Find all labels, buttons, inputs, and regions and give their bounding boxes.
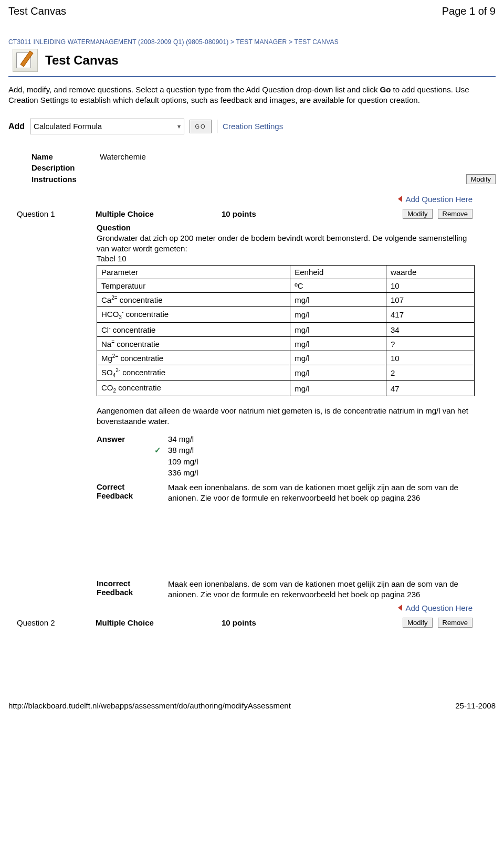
- table-row: TemperatuurºC10: [97, 279, 475, 293]
- table-row: Ca2= concentratiemg/l107: [97, 293, 475, 307]
- question-label: Question: [97, 223, 475, 232]
- col-parameter: Parameter: [97, 266, 290, 279]
- toolbar-divider: [217, 120, 217, 133]
- correct-answer-check-icon: [154, 468, 168, 477]
- answer-label: Answer: [97, 435, 154, 443]
- table-row: Mg2= concentratiemg/l10: [97, 351, 475, 365]
- print-header-left: Test Canvas: [8, 5, 66, 17]
- question-number: Question 1: [8, 209, 96, 218]
- print-header: Test Canvas Page 1 of 9: [8, 5, 496, 17]
- description-label: Description: [32, 163, 100, 172]
- title-divider: [8, 76, 496, 77]
- add-question-here-link[interactable]: Add Question Here: [405, 195, 472, 204]
- correct-feedback-label: CorrectFeedback: [97, 482, 154, 504]
- correct-answer-check-icon: [154, 435, 168, 443]
- incorrect-feedback-label: IncorrectFeedback: [97, 579, 154, 600]
- footer-date: 25-11-2008: [455, 701, 496, 710]
- name-label: Name: [32, 152, 100, 161]
- question-header: Question 2 Multiple Choice 10 points Mod…: [8, 618, 496, 628]
- question-type-select[interactable]: Calculated Formula: [30, 119, 184, 134]
- add-label: Add: [8, 122, 25, 131]
- col-unit: Eenheid: [290, 266, 386, 279]
- question-points: 10 points: [222, 209, 348, 218]
- print-footer: http://blackboard.tudelft.nl/webapps/ass…: [8, 701, 496, 710]
- question-header: Question 1 Multiple Choice 10 points Mod…: [8, 209, 496, 219]
- name-value: Waterchemie: [100, 152, 146, 161]
- breadcrumb-course[interactable]: CT3011 INLEIDING WATERMANAGEMENT (2008-2…: [8, 38, 228, 46]
- remove-question-button[interactable]: Remove: [438, 209, 472, 219]
- answer-option: 38 mg/l: [168, 446, 475, 455]
- remove-question-button[interactable]: Remove: [438, 618, 472, 628]
- triangle-left-icon: [398, 605, 402, 611]
- breadcrumb: CT3011 INLEIDING WATERMANAGEMENT (2008-2…: [8, 38, 496, 46]
- question-text-2: Aangenomen dat alleen de waarde voor nat…: [97, 406, 475, 427]
- modify-meta-button[interactable]: Modify: [466, 174, 496, 184]
- breadcrumb-current: TEST CANVAS: [294, 38, 338, 46]
- table-caption: Tabel 10: [97, 254, 475, 263]
- question-type-value: Calculated Formula: [34, 122, 102, 131]
- triangle-left-icon: [398, 196, 402, 202]
- intro-text: Add, modify, and remove questions. Selec…: [8, 84, 496, 106]
- go-button[interactable]: GO: [190, 120, 212, 133]
- footer-url: http://blackboard.tudelft.nl/webapps/ass…: [8, 701, 291, 710]
- add-question-here-link[interactable]: Add Question Here: [405, 604, 472, 612]
- table-row: CO2 concentratiemg/l47: [97, 381, 475, 396]
- table-row: Na= concentratiemg/l?: [97, 337, 475, 351]
- correct-feedback-text: Maak een ionenbalans. de som van de kati…: [168, 482, 475, 504]
- answer-option: 34 mg/l: [168, 435, 475, 443]
- test-canvas-icon: [13, 49, 38, 72]
- print-header-right: Page 1 of 9: [442, 5, 496, 17]
- table-row: HCO3- concentratiemg/l417: [97, 307, 475, 323]
- creation-settings-link[interactable]: Creation Settings: [223, 122, 283, 131]
- col-value: waarde: [386, 266, 475, 279]
- question-text: Grondwater dat zich op 200 meter onder d…: [97, 233, 475, 255]
- question-points: 10 points: [222, 618, 348, 627]
- correct-answer-check-icon: ✓: [154, 446, 168, 455]
- table-row: SO42- concentratiemg/l2: [97, 365, 475, 381]
- parameter-table: Parameter Eenheid waarde TemperatuurºC10…: [97, 265, 475, 396]
- answer-option: 109 mg/l: [168, 457, 475, 466]
- question-number: Question 2: [8, 618, 96, 627]
- modify-question-button[interactable]: Modify: [403, 209, 432, 219]
- instructions-label: Instructions: [32, 175, 100, 184]
- page-title: Test Canvas: [45, 53, 119, 68]
- breadcrumb-manager[interactable]: TEST MANAGER: [236, 38, 287, 46]
- question-type: Multiple Choice: [96, 618, 222, 627]
- table-row: Cl- concentratiemg/l34: [97, 323, 475, 337]
- incorrect-feedback-text: Maak een ionenbalans. de som van de kati…: [168, 579, 475, 600]
- question-type: Multiple Choice: [96, 209, 222, 218]
- correct-answer-check-icon: [154, 457, 168, 466]
- answer-option: 336 mg/l: [168, 468, 475, 477]
- modify-question-button[interactable]: Modify: [403, 618, 432, 628]
